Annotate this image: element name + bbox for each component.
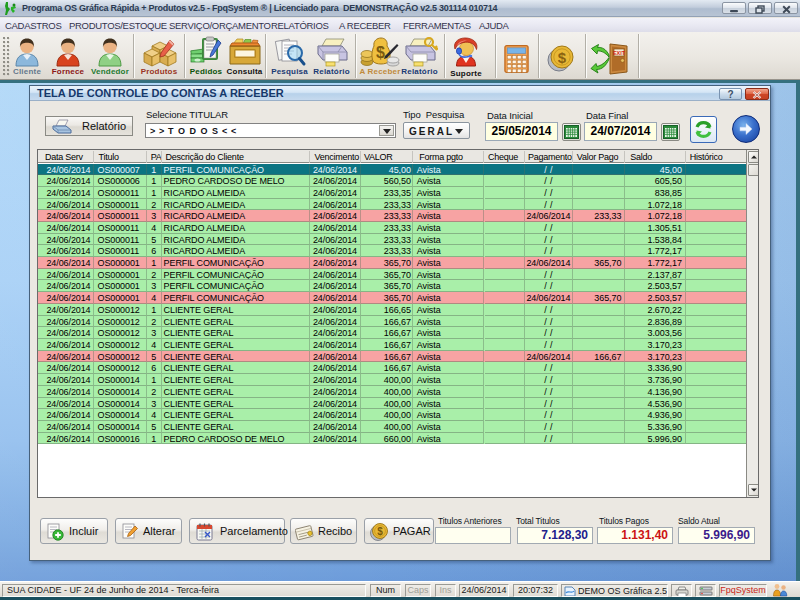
svg-text:$: $ <box>377 526 383 537</box>
svg-text:EXIT: EXIT <box>613 50 626 56</box>
svg-text:$: $ <box>376 44 385 61</box>
svg-text:$: $ <box>558 49 567 66</box>
